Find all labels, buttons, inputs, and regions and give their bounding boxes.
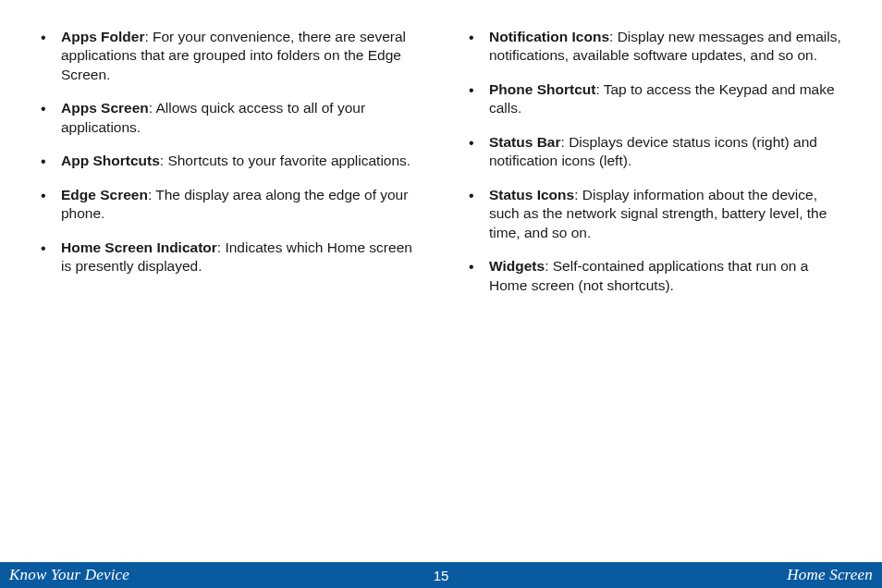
term: Home Screen Indicator bbox=[61, 239, 217, 255]
term: Notification Icons bbox=[489, 29, 609, 44]
list-item: Apps Screen: Allows quick access to all … bbox=[35, 99, 419, 137]
list-item: Edge Screen: The display area along the … bbox=[35, 186, 419, 224]
list-item: Apps Folder: For your convenience, there… bbox=[35, 28, 419, 84]
footer-section-label: Know Your Device bbox=[9, 566, 129, 584]
term: Apps Screen bbox=[61, 100, 149, 116]
left-list: Apps Folder: For your convenience, there… bbox=[35, 28, 419, 276]
right-column: Notification Icons: Display new messages… bbox=[463, 28, 847, 536]
term: Widgets bbox=[489, 258, 545, 274]
term: Edge Screen bbox=[61, 187, 148, 202]
list-item: Home Screen Indicator: Indicates which H… bbox=[35, 239, 419, 276]
term: Status Icons bbox=[489, 187, 574, 202]
list-item: Notification Icons: Display new messages… bbox=[463, 28, 847, 66]
description: : Shortcuts to your favorite application… bbox=[160, 153, 410, 168]
list-item: App Shortcuts: Shortcuts to your favorit… bbox=[35, 152, 419, 170]
list-item: Status Icons: Display information about … bbox=[463, 186, 847, 242]
footer-bar: Know Your Device 15 Home Screen bbox=[0, 562, 882, 588]
list-item: Widgets: Self-contained applications tha… bbox=[463, 257, 847, 295]
term: App Shortcuts bbox=[61, 153, 160, 168]
footer-page-label: Home Screen bbox=[787, 566, 873, 584]
term: Phone Shortcut bbox=[489, 81, 595, 97]
content-area: Apps Folder: For your convenience, there… bbox=[0, 0, 882, 536]
list-item: Phone Shortcut: Tap to access the Keypad… bbox=[463, 80, 847, 118]
list-item: Status Bar: Displays device status icons… bbox=[463, 133, 847, 171]
left-column: Apps Folder: For your convenience, there… bbox=[35, 28, 419, 536]
term: Apps Folder bbox=[61, 29, 144, 44]
term: Status Bar bbox=[489, 134, 561, 150]
right-list: Notification Icons: Display new messages… bbox=[463, 28, 847, 295]
page-number: 15 bbox=[434, 568, 449, 583]
